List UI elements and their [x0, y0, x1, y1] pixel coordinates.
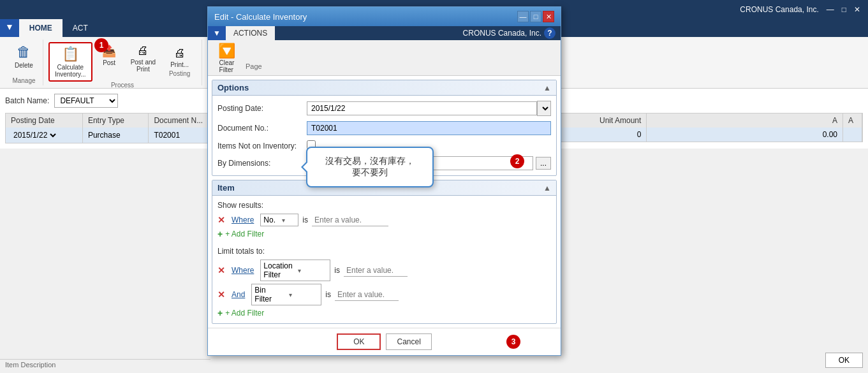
item-section-body: Show results: ✕ where No. ▾ is + + Add F… [212, 196, 556, 323]
filter-is-1: is [302, 216, 308, 224]
grid-header: Posting Date Entry Type Document N... [5, 113, 216, 128]
ok-button[interactable]: OK [337, 333, 381, 350]
print-button[interactable]: 🖨 Print... [165, 45, 194, 70]
bg-window-title: CRONUS Canada, Inc. [740, 5, 818, 14]
tab-act[interactable]: ACT [63, 19, 98, 37]
status-bar: Item Description [0, 359, 210, 373]
calculate-inventory-button[interactable]: 📋 CalculateInventory... [48, 42, 92, 82]
document-no-label: Document No.: [217, 124, 307, 133]
delete-button[interactable]: 🗑 Delete [10, 42, 38, 71]
add-limit-filter-label: + Add Filter [225, 309, 264, 318]
cell-posting-date: 2015/1/22 [6, 128, 83, 143]
ribbon-group-process: 📋 CalculateInventory... 📤 Post 🖨 Post an… [43, 40, 202, 85]
circle-badge-2: 2 [510, 154, 524, 168]
limit-filter-where-1[interactable]: Where [229, 266, 256, 275]
cell-unit-amount: 0.00 [647, 128, 843, 142]
circle-badge-3: 3 [506, 335, 520, 349]
add-limit-filter-plus-icon: + [217, 308, 223, 318]
filter-value-1-input[interactable] [312, 214, 388, 226]
calculate-inventory-label: CalculateInventory... [55, 64, 86, 78]
col-entry-type: Entry Type [83, 113, 149, 128]
clear-filter-button[interactable]: 🔽 ClearFilter [213, 41, 240, 75]
col-extra: A [843, 113, 862, 128]
item-section-title: Item [217, 183, 235, 193]
add-limit-filter-btn[interactable]: + + Add Filter [217, 308, 551, 318]
limit-filter-field-2-value: Bin Filter [252, 284, 286, 305]
ribbon-group-manage: 🗑 Delete Manage [5, 40, 43, 85]
posting-date-select[interactable]: 2015/1/22 [11, 130, 58, 140]
dialog-ribbon-content: 🔽 ClearFilter Page [208, 40, 561, 75]
posting-date-input-group [307, 101, 551, 116]
clear-filter-label: ClearFilter [219, 59, 235, 73]
document-no-input[interactable] [307, 121, 551, 135]
calculate-inventory-icon: 📋 [62, 46, 79, 62]
cell-document-no: T02001 [149, 128, 215, 143]
nav-dropdown[interactable]: ▼ [0, 19, 19, 37]
cancel-button[interactable]: Cancel [386, 333, 431, 350]
filter-where-1[interactable]: where [229, 216, 256, 224]
bg-close-btn[interactable]: ✕ [851, 5, 863, 14]
bg-minimize-btn[interactable]: — [824, 5, 837, 14]
dialog-title: Edit - Calculate Inventory [214, 12, 307, 22]
posting-date-control [307, 101, 551, 116]
post-and-print-label: Post andPrint [131, 59, 156, 73]
tooltip-line2: 要不要列 [320, 167, 420, 179]
add-filter-btn[interactable]: + + Add Filter [217, 229, 551, 239]
post-label: Post [103, 59, 115, 66]
table-row: 2015/1/22 Purchase T02001 [5, 128, 216, 143]
remove-limit-filter-1-btn[interactable]: ✕ [217, 265, 225, 275]
dialog-body: Options ▲ Posting Date: [208, 80, 561, 324]
posting-items: 🖨 Print... [165, 42, 194, 70]
posting-date-dropdown[interactable] [537, 101, 551, 116]
item-collapse-btn[interactable]: ▲ [543, 184, 551, 193]
cell-entry-type: Purchase [83, 128, 149, 143]
limit-filter-field-1-dropdown[interactable]: Location Filter ▾ [260, 260, 330, 281]
limit-filter-field-1-arrow: ▾ [295, 266, 330, 275]
limit-filter-and-2[interactable]: And [229, 290, 247, 299]
clear-filter-icon: 🔽 [218, 43, 235, 59]
document-no-control [307, 121, 551, 135]
options-collapse-btn[interactable]: ▲ [543, 84, 551, 92]
limit-filter-field-2-dropdown[interactable]: Bin Filter ▾ [251, 284, 321, 305]
bg-maximize-btn[interactable]: □ [839, 5, 849, 14]
by-dimensions-browse-btn[interactable]: ... [536, 157, 551, 170]
bg-window-controls: — □ ✕ [824, 5, 863, 14]
delete-icon: 🗑 [17, 44, 31, 61]
footer-ok-button[interactable]: OK [825, 353, 863, 368]
dialog-close-btn[interactable]: ✕ [543, 11, 554, 22]
manage-group-label: Manage [12, 77, 35, 85]
limit-filter-row-2: ✕ And Bin Filter ▾ is [217, 284, 551, 305]
limit-filter-field-2-arrow: ▾ [286, 290, 321, 300]
tooltip-bubble: 沒有交易，沒有庫存， 要不要列 [306, 147, 434, 187]
dialog-controls: — □ ✕ [517, 11, 554, 22]
remove-filter-1-btn[interactable]: ✕ [217, 215, 225, 225]
batch-select[interactable]: DEFAULT [54, 94, 118, 108]
batch-label: Batch Name: [5, 96, 49, 105]
tab-home[interactable]: HOME [19, 19, 63, 37]
dialog-minimize-btn[interactable]: — [517, 11, 529, 22]
by-dimensions-label: By Dimensions: [217, 159, 307, 168]
delete-label: Delete [15, 62, 33, 69]
post-and-print-button[interactable]: 🖨 Post andPrint [126, 42, 160, 75]
remove-limit-filter-2-btn[interactable]: ✕ [217, 289, 225, 300]
limit-filter-is-2: is [325, 290, 331, 299]
filter-field-1-dropdown[interactable]: No. ▾ [260, 214, 298, 226]
add-filter-label: + Add Filter [225, 230, 264, 238]
help-icon[interactable]: ? [544, 27, 555, 39]
posting-date-row: Posting Date: [217, 101, 551, 116]
posting-group-label: Posting [169, 70, 190, 78]
item-section: Item ▲ Show results: ✕ where No. ▾ is [212, 180, 557, 324]
limit-filter-value-1-input[interactable] [344, 265, 408, 277]
options-section-header: Options ▲ [212, 80, 556, 96]
company-name: CRONUS Canada, Inc. [463, 29, 541, 38]
dialog-dropdown-tab[interactable]: ▼ [208, 26, 226, 40]
dialog-actions-tab[interactable]: ACTIONS [226, 26, 275, 40]
dialog-ribbon-tabs: ▼ ACTIONS CRONUS Canada, Inc. ? [208, 26, 561, 40]
dialog-restore-btn[interactable]: □ [530, 11, 541, 22]
limit-filter-value-2-input[interactable] [335, 289, 399, 301]
posting-date-input[interactable] [307, 101, 537, 115]
tooltip-line1: 沒有交易，沒有庫存， [320, 156, 420, 167]
show-results-label: Show results: [217, 201, 551, 210]
dialog-titlebar: Edit - Calculate Inventory — □ ✕ [208, 7, 561, 26]
circle-badge-1: 1 [94, 38, 108, 52]
